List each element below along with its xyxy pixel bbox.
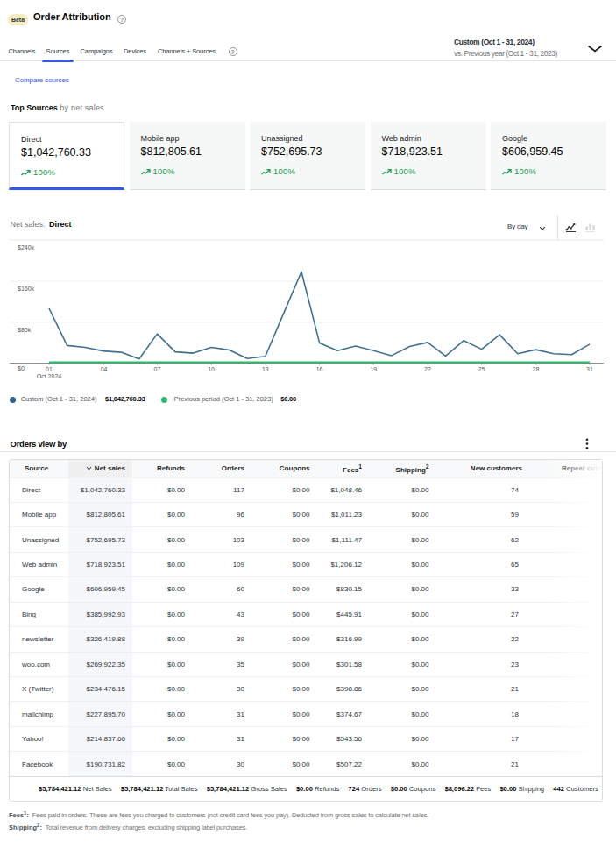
svg-text:16: 16 — [316, 366, 323, 372]
svg-text:22: 22 — [424, 366, 431, 372]
svg-text:07: 07 — [154, 366, 161, 372]
svg-text:13: 13 — [262, 366, 269, 372]
svg-text:$0: $0 — [18, 365, 25, 371]
svg-text:25: 25 — [478, 366, 485, 372]
svg-text:19: 19 — [370, 366, 377, 372]
svg-text:04: 04 — [101, 366, 108, 372]
svg-text:Oct 2024: Oct 2024 — [37, 373, 62, 379]
svg-text:$160k: $160k — [18, 286, 35, 292]
svg-text:$80k: $80k — [18, 327, 32, 333]
svg-text:31: 31 — [586, 366, 593, 372]
svg-text:01: 01 — [46, 366, 53, 372]
svg-text:10: 10 — [208, 366, 215, 372]
svg-text:$240k: $240k — [18, 244, 35, 251]
svg-text:28: 28 — [533, 366, 540, 372]
